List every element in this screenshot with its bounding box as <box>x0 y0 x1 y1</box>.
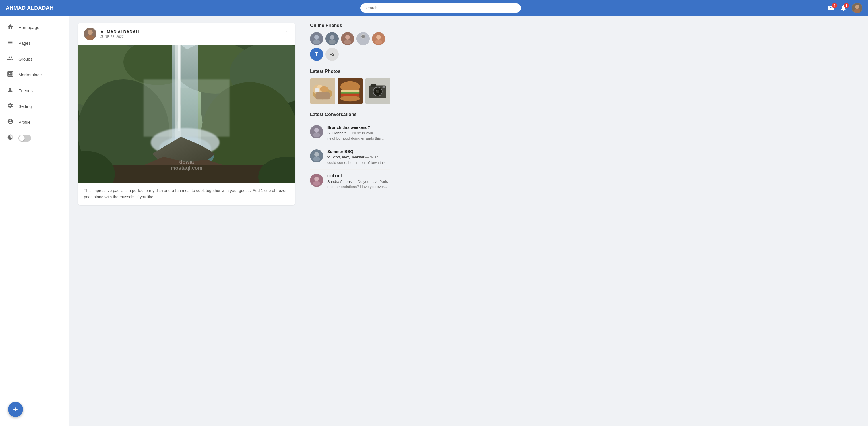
svg-point-1 <box>855 5 859 9</box>
friends-icon <box>7 87 14 94</box>
convo-text-3: Sandra Adams — Do you have Paris recomme… <box>327 179 391 189</box>
convo-title-2: Summer BBQ <box>327 149 391 154</box>
settings-icon <box>7 102 14 110</box>
convo-avatar-3 <box>310 174 323 187</box>
convo-title-3: Oui Oui <box>327 174 391 178</box>
toggle-track[interactable] <box>19 134 31 142</box>
svg-point-73 <box>313 133 320 137</box>
convo-text-2: to Scott, Alex, Jennifer — Wish I could … <box>327 155 391 165</box>
sidebar-item-friends[interactable]: Friends <box>0 83 69 98</box>
marketplace-icon <box>7 71 14 79</box>
svg-rect-55 <box>316 92 330 99</box>
sidebar-label-homepage: Homepage <box>19 25 39 30</box>
user-avatar[interactable] <box>852 3 862 13</box>
svg-point-72 <box>314 128 319 133</box>
convo-text-1: Ali Connors — I'll be in your neighborho… <box>327 131 391 141</box>
sidebar-item-groups[interactable]: Groups <box>0 51 69 67</box>
conversation-2[interactable]: Summer BBQ to Scott, Alex, Jennifer — Wi… <box>310 145 391 170</box>
convo-content-2: Summer BBQ to Scott, Alex, Jennifer — Wi… <box>327 149 391 165</box>
svg-point-54 <box>320 86 328 92</box>
sidebar-item-homepage[interactable]: Homepage <box>0 20 69 35</box>
message-badge: 4 <box>832 3 837 8</box>
sidebar: Homepage Pages Groups Marketplace Friend… <box>0 16 69 426</box>
svg-rect-59 <box>341 92 360 94</box>
fab-button[interactable]: + <box>8 402 23 417</box>
post-author-avatar <box>84 28 96 40</box>
latest-photos-grid <box>310 78 391 104</box>
dark-mode-toggle <box>0 130 69 146</box>
fab-label: + <box>13 405 18 414</box>
convo-content-3: Oui Oui Sandra Adams — Do you have Paris… <box>327 174 391 189</box>
svg-point-45 <box>376 35 381 40</box>
svg-point-79 <box>313 181 320 186</box>
post-more-button[interactable]: ⋮ <box>283 30 289 38</box>
convo-author-3: Sandra Adams <box>327 179 352 184</box>
conversation-1[interactable]: Brunch this weekend? Ali Connors — I'll … <box>310 121 391 145</box>
online-friends-list: T +2 <box>310 32 391 61</box>
search-input[interactable] <box>360 3 521 12</box>
brand-title: AHMAD ALDADAH <box>6 5 54 11</box>
friend-avatar-1[interactable] <box>310 32 323 45</box>
friend-avatar-2[interactable] <box>326 32 339 45</box>
friend-avatar-more[interactable]: +2 <box>326 48 339 61</box>
svg-point-75 <box>314 152 319 157</box>
sidebar-item-pages[interactable]: Pages <box>0 35 69 51</box>
svg-rect-58 <box>341 90 360 92</box>
svg-point-2 <box>854 9 860 13</box>
svg-rect-31 <box>144 79 229 136</box>
pages-icon <box>7 39 14 47</box>
photo-thumb-3[interactable] <box>365 78 391 104</box>
post-author-info: AHMAD ALDADAH JUNE 28, 2022 <box>100 29 139 39</box>
messages-button[interactable]: 4 <box>828 5 835 11</box>
svg-point-34 <box>313 40 320 44</box>
main-content: AHMAD ALDADAH JUNE 28, 2022 ⋮ <box>69 16 868 426</box>
friend-avatar-4[interactable] <box>356 32 370 45</box>
notifications-button[interactable]: 2 <box>840 5 847 11</box>
svg-rect-65 <box>371 84 377 87</box>
convo-title-1: Brunch this weekend? <box>327 125 391 130</box>
sidebar-label-profile: Profile <box>19 120 31 125</box>
sidebar-label-friends: Friends <box>19 88 33 93</box>
convo-author-1: Ali Connors <box>327 131 346 135</box>
convo-author-2: to Scott, Alex, Jennifer <box>327 155 364 159</box>
svg-point-78 <box>314 177 319 181</box>
convo-avatar-2 <box>310 149 323 162</box>
friend-avatar-t[interactable]: T <box>310 48 323 61</box>
svg-point-5 <box>88 30 93 35</box>
darkmode-icon <box>7 134 14 142</box>
sidebar-item-profile[interactable]: Profile <box>0 114 69 130</box>
sidebar-label-marketplace: Marketplace <box>19 72 42 77</box>
post-date: JUNE 28, 2022 <box>100 35 139 39</box>
profile-icon <box>7 118 14 126</box>
svg-point-76 <box>313 157 320 161</box>
search-container <box>54 3 828 12</box>
svg-rect-70 <box>383 86 385 88</box>
svg-point-33 <box>314 35 319 40</box>
feed: AHMAD ALDADAH JUNE 28, 2022 ⋮ <box>69 16 304 426</box>
post-author-name: AHMAD ALDADAH <box>100 29 139 34</box>
layout: Homepage Pages Groups Marketplace Friend… <box>0 0 868 426</box>
sidebar-item-marketplace[interactable]: Marketplace <box>0 67 69 83</box>
svg-point-40 <box>344 40 351 44</box>
groups-icon <box>7 55 14 63</box>
photo-thumb-1[interactable] <box>310 78 335 104</box>
right-panel: Online Friends T <box>304 16 396 426</box>
conversation-3[interactable]: Oui Oui Sandra Adams — Do you have Paris… <box>310 170 391 193</box>
toggle-thumb <box>19 135 25 141</box>
friend-avatar-3[interactable] <box>341 32 354 45</box>
photo-thumb-2[interactable] <box>338 78 363 104</box>
sidebar-label-pages: Pages <box>19 41 31 45</box>
svg-point-42 <box>361 34 365 38</box>
sidebar-item-setting[interactable]: Setting <box>0 98 69 114</box>
svg-point-62 <box>340 96 360 102</box>
post-header: AHMAD ALDADAH JUNE 28, 2022 ⋮ <box>78 23 295 45</box>
topnav-actions: 4 2 <box>828 3 862 13</box>
friend-avatar-5[interactable] <box>372 32 385 45</box>
post-author: AHMAD ALDADAH JUNE 28, 2022 <box>84 28 139 40</box>
more-label: +2 <box>330 52 334 57</box>
notification-badge: 2 <box>844 3 849 8</box>
topnav: AHMAD ALDADAH 4 2 <box>0 0 868 16</box>
convo-content-1: Brunch this weekend? Ali Connors — I'll … <box>327 125 391 141</box>
online-friends-title: Online Friends <box>310 23 391 28</box>
conversations-list: Brunch this weekend? Ali Connors — I'll … <box>310 121 391 193</box>
